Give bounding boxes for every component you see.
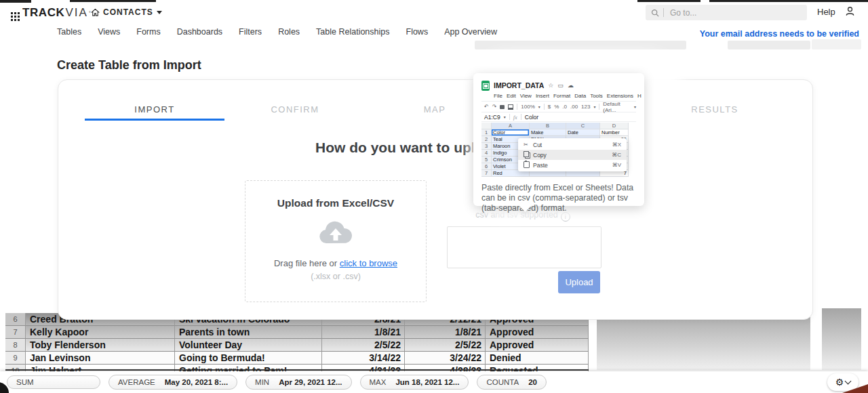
brand-name-bold: TRACK [22, 6, 65, 20]
upload-button[interactable]: Upload [558, 271, 600, 293]
cell-status: Approved [486, 339, 589, 352]
nav-table-relationships[interactable]: Table Relationships [316, 27, 389, 37]
file-formats-hint: (.xlsx or .csv) [245, 272, 426, 281]
stat-value: Jun 18, 2021 12... [395, 378, 459, 386]
workspace-selector[interactable]: CONTACTS [91, 7, 162, 17]
row-header: 3 [481, 143, 492, 150]
table-row: 7 Kelly Kapoor Parents in town 1/8/21 1/… [5, 326, 589, 339]
grid-cell: Make [530, 129, 566, 136]
workspace-name: CONTACTS [103, 7, 153, 17]
menu-data: Data [574, 93, 586, 99]
paint-format-icon [508, 104, 513, 110]
sheet-context-menu: ✂ Cut ⌘X Copy ⌘C Paste ⌘V [518, 138, 627, 171]
row-number: 7 [5, 326, 26, 339]
search-icon [651, 9, 659, 17]
step-map[interactable]: MAP [424, 104, 446, 115]
cell-date2: 3/24/22 [405, 352, 486, 365]
nav-filters[interactable]: Filters [239, 27, 262, 37]
row-number: 9 [5, 352, 26, 365]
context-menu-paste: Paste ⌘V [518, 160, 627, 170]
cell-status: Denied [486, 352, 589, 365]
menu-extensions: Extensions [607, 93, 633, 99]
undo-icon: ↶ [484, 104, 489, 110]
corner-cell [481, 123, 492, 129]
nav-flows[interactable]: Flows [406, 27, 429, 37]
menu-edit: Edit [507, 93, 516, 99]
background-strip [812, 39, 861, 49]
chevron-down-icon: ▾ [538, 104, 540, 109]
nav-forms[interactable]: Forms [136, 27, 160, 37]
nav-views[interactable]: Views [98, 27, 120, 37]
nav-app-overview[interactable]: App Overview [444, 27, 497, 37]
stat-label: MIN [255, 378, 269, 386]
search-input[interactable] [669, 7, 780, 18]
menu-item-label: Copy [533, 152, 612, 159]
cell-date1: 3/14/22 [322, 352, 405, 365]
brand-name-light: VIA [66, 6, 88, 20]
active-step-underline [85, 119, 224, 121]
chevron-down-icon: ▾ [504, 115, 506, 119]
stat-average: AVERAGE May 20, 2021 8:... [108, 375, 237, 390]
nav-roles[interactable]: Roles [278, 27, 300, 37]
trackvia-logo[interactable]: TRACKVIA° [9, 6, 91, 20]
shortcut-label: ⌘C [612, 152, 621, 158]
col-header: C [566, 123, 600, 129]
user-account-icon[interactable] [844, 5, 856, 20]
top-edge-segment [70, 0, 156, 2]
cell-name: Toby Flenderson [26, 339, 175, 352]
copy-icon [524, 151, 532, 159]
divider [509, 114, 510, 120]
cell-desc: Parents in town [175, 326, 322, 339]
row-header: 2 [481, 136, 492, 143]
nav-tables[interactable]: Tables [57, 27, 81, 37]
stat-label: MAX [370, 378, 387, 386]
background-strip [475, 41, 686, 49]
scissors-icon: ✂ [524, 142, 532, 148]
menu-format: Format [553, 93, 570, 99]
chevron-down-icon: ▾ [634, 104, 636, 109]
background-strip [728, 41, 810, 49]
paste-icon [524, 161, 532, 169]
grid-cell: Color [492, 129, 530, 136]
row-header: 6 [481, 163, 492, 170]
top-bar: TRACKVIA° CONTACTS Help [0, 1, 868, 23]
cell-date1: 1/8/21 [322, 326, 405, 339]
nav-dashboards[interactable]: Dashboards [177, 27, 222, 37]
excel-csv-dropzone[interactable]: Upload from Excel/CSV Drag file here or … [245, 180, 427, 302]
cell-desc: Volunteer Day [175, 339, 322, 352]
percent-format: % [554, 104, 559, 110]
stat-counta: COUNTA 20 [477, 375, 547, 390]
col-header: A [492, 123, 530, 129]
upload-card-title: Upload from Excel/CSV [245, 197, 426, 209]
cell-date2: 2/5/22 [405, 339, 486, 352]
paste-data-textarea[interactable] [447, 226, 601, 268]
sheet-header: IMPORT_DATA ☆ ▭ ☁ [481, 80, 636, 91]
divider [521, 114, 521, 120]
email-verification-notice[interactable]: Your email address needs to be verified [700, 29, 859, 39]
table-row: 8 Toby Flenderson Volunteer Day 2/5/22 2… [5, 339, 589, 352]
redo-icon: ↷ [492, 104, 497, 110]
search-cursor [663, 8, 664, 17]
stat-label: COUNTA [486, 378, 519, 386]
table-row: 9 Jan Levinson Going to Bermuda! 3/14/22… [5, 352, 589, 365]
help-link[interactable]: Help [817, 7, 835, 17]
menu-view: View [520, 93, 532, 99]
step-results[interactable]: RESULTS [691, 104, 738, 115]
click-to-browse-link[interactable]: click to browse [340, 258, 397, 268]
app-nav: Tables Views Forms Dashboards Filters Ro… [57, 27, 497, 37]
cloud-upload-icon [245, 220, 426, 249]
row-header: 4 [481, 150, 492, 157]
table-bottom-edge [5, 369, 589, 371]
grid-logo-icon [11, 12, 13, 14]
cell-status: Approved [486, 326, 589, 339]
context-menu-cut: ✂ Cut ⌘X [518, 140, 627, 150]
step-confirm[interactable]: CONFIRM [271, 104, 319, 115]
step-import[interactable]: IMPORT [134, 104, 174, 115]
number-format: 123 [581, 104, 590, 110]
decrease-decimal: .0 [562, 104, 567, 110]
row-header: 7 [481, 170, 492, 177]
context-menu-copy: Copy ⌘C [518, 150, 627, 160]
goto-search[interactable] [646, 5, 807, 20]
cell-date1: 2/5/22 [322, 339, 405, 352]
toolbar-divider [517, 104, 517, 110]
